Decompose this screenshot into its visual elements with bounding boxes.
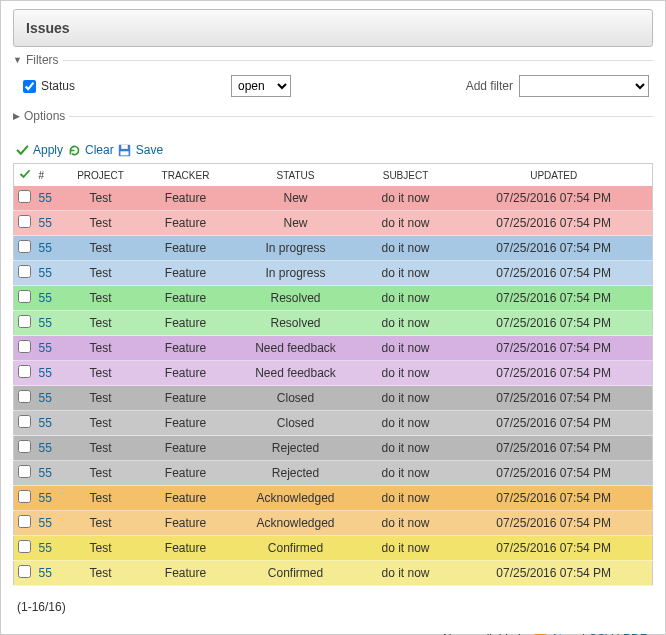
cell-subject: do it now [356, 211, 456, 236]
row-checkbox[interactable] [18, 515, 31, 528]
table-row[interactable]: 55TestFeatureResolveddo it now07/25/2016… [14, 286, 653, 311]
cell-updated: 07/25/2016 07:54 PM [456, 261, 653, 286]
table-row[interactable]: 55TestFeatureNeed feedbackdo it now07/25… [14, 361, 653, 386]
issue-id-link[interactable]: 55 [39, 491, 52, 505]
cell-updated: 07/25/2016 07:54 PM [456, 186, 653, 211]
cell-status: Need feedback [236, 336, 356, 361]
cell-project: Test [66, 536, 136, 561]
row-checkbox[interactable] [18, 190, 31, 203]
row-checkbox[interactable] [18, 290, 31, 303]
row-checkbox[interactable] [18, 315, 31, 328]
cell-tracker: Feature [136, 361, 236, 386]
table-row[interactable]: 55TestFeatureCloseddo it now07/25/2016 0… [14, 411, 653, 436]
col-check[interactable] [14, 164, 36, 187]
col-project[interactable]: PROJECT [66, 164, 136, 187]
table-row[interactable]: 55TestFeatureNeed feedbackdo it now07/25… [14, 336, 653, 361]
issue-id-link[interactable]: 55 [39, 391, 52, 405]
clear-button[interactable]: Clear [85, 143, 114, 157]
row-checkbox[interactable] [18, 490, 31, 503]
filter-row-status: Status open Add filter [13, 71, 653, 99]
cell-subject: do it now [356, 486, 456, 511]
cell-tracker: Feature [136, 486, 236, 511]
cell-subject: do it now [356, 386, 456, 411]
table-row[interactable]: 55TestFeatureRejecteddo it now07/25/2016… [14, 436, 653, 461]
issue-id-link[interactable]: 55 [39, 566, 52, 580]
svg-rect-1 [121, 144, 128, 148]
cell-tracker: Feature [136, 286, 236, 311]
cell-updated: 07/25/2016 07:54 PM [456, 511, 653, 536]
cell-tracker: Feature [136, 211, 236, 236]
cell-tracker: Feature [136, 536, 236, 561]
cell-project: Test [66, 486, 136, 511]
apply-button[interactable]: Apply [33, 143, 63, 157]
row-checkbox[interactable] [18, 440, 31, 453]
cell-updated: 07/25/2016 07:54 PM [456, 361, 653, 386]
row-checkbox[interactable] [18, 340, 31, 353]
table-row[interactable]: 55TestFeatureRejecteddo it now07/25/2016… [14, 461, 653, 486]
query-actions: Apply Clear Save [15, 143, 651, 157]
row-checkbox[interactable] [18, 540, 31, 553]
table-row[interactable]: 55TestFeatureNewdo it now07/25/2016 07:5… [14, 211, 653, 236]
table-row[interactable]: 55TestFeatureConfirmeddo it now07/25/201… [14, 536, 653, 561]
cell-subject: do it now [356, 311, 456, 336]
cell-subject: do it now [356, 186, 456, 211]
row-checkbox[interactable] [18, 215, 31, 228]
issue-id-link[interactable]: 55 [39, 466, 52, 480]
pagination-info: (1-16/16) [17, 600, 649, 614]
col-updated[interactable]: UPDATED [456, 164, 653, 187]
issue-id-link[interactable]: 55 [39, 266, 52, 280]
row-checkbox[interactable] [18, 465, 31, 478]
issue-id-link[interactable]: 55 [39, 516, 52, 530]
row-checkbox[interactable] [18, 240, 31, 253]
cell-tracker: Feature [136, 436, 236, 461]
filter-status-checkbox[interactable] [23, 80, 36, 93]
issue-id-link[interactable]: 55 [39, 441, 52, 455]
cell-project: Test [66, 411, 136, 436]
row-checkbox[interactable] [18, 265, 31, 278]
table-row[interactable]: 55TestFeatureCloseddo it now07/25/2016 0… [14, 386, 653, 411]
issue-id-link[interactable]: 55 [39, 191, 52, 205]
cell-subject: do it now [356, 336, 456, 361]
filter-status-operator[interactable]: open [231, 75, 291, 97]
issue-id-link[interactable]: 55 [39, 541, 52, 555]
cell-updated: 07/25/2016 07:54 PM [456, 461, 653, 486]
filters-toggle[interactable]: ▼ Filters [13, 53, 63, 67]
cell-project: Test [66, 236, 136, 261]
table-row[interactable]: 55TestFeatureConfirmeddo it now07/25/201… [14, 561, 653, 586]
row-checkbox[interactable] [18, 365, 31, 378]
cell-subject: do it now [356, 236, 456, 261]
row-checkbox[interactable] [18, 415, 31, 428]
issue-id-link[interactable]: 55 [39, 291, 52, 305]
issue-id-link[interactable]: 55 [39, 341, 52, 355]
cell-status: Resolved [236, 311, 356, 336]
table-row[interactable]: 55TestFeatureNewdo it now07/25/2016 07:5… [14, 186, 653, 211]
row-checkbox[interactable] [18, 390, 31, 403]
table-row[interactable]: 55TestFeatureResolveddo it now07/25/2016… [14, 311, 653, 336]
options-toggle[interactable]: ▶ Options [13, 109, 69, 123]
issue-id-link[interactable]: 55 [39, 216, 52, 230]
issue-id-link[interactable]: 55 [39, 316, 52, 330]
col-subject[interactable]: SUBJECT [356, 164, 456, 187]
cell-status: Rejected [236, 461, 356, 486]
filters-fieldset: ▼ Filters Status open Add filter [13, 53, 653, 105]
col-id[interactable]: # [36, 164, 66, 187]
issue-id-link[interactable]: 55 [39, 366, 52, 380]
issue-id-link[interactable]: 55 [39, 416, 52, 430]
table-row[interactable]: 55TestFeatureAcknowledgeddo it now07/25/… [14, 511, 653, 536]
row-checkbox[interactable] [18, 565, 31, 578]
cell-status: In progress [236, 261, 356, 286]
add-filter-select[interactable] [519, 75, 649, 97]
cell-subject: do it now [356, 536, 456, 561]
table-row[interactable]: 55TestFeatureAcknowledgeddo it now07/25/… [14, 486, 653, 511]
table-row[interactable]: 55TestFeatureIn progressdo it now07/25/2… [14, 261, 653, 286]
cell-project: Test [66, 286, 136, 311]
issue-id-link[interactable]: 55 [39, 241, 52, 255]
cell-updated: 07/25/2016 07:54 PM [456, 436, 653, 461]
col-status[interactable]: STATUS [236, 164, 356, 187]
col-tracker[interactable]: TRACKER [136, 164, 236, 187]
table-row[interactable]: 55TestFeatureIn progressdo it now07/25/2… [14, 236, 653, 261]
table-header-row: # PROJECT TRACKER STATUS SUBJECT UPDATED [14, 164, 653, 187]
save-button[interactable]: Save [136, 143, 163, 157]
cell-project: Test [66, 386, 136, 411]
cell-status: Rejected [236, 436, 356, 461]
